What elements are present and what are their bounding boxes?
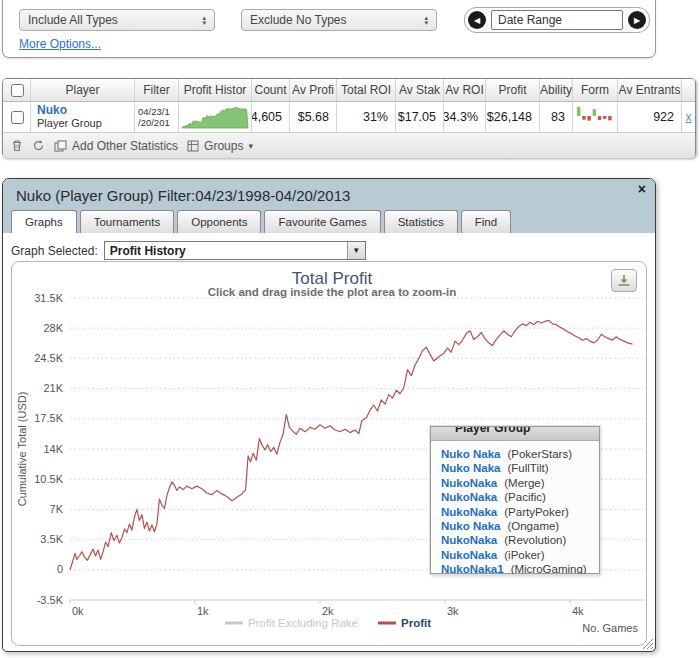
column-header-filter[interactable]: Filter — [135, 79, 179, 101]
column-header-player[interactable]: Player — [31, 79, 135, 101]
tooltip-site-name: (PartyPoker) — [504, 506, 569, 518]
player-panel: Nuko (Player Group) Filter:04/23/1998-04… — [2, 178, 656, 652]
date-prev-button[interactable]: ◀ — [468, 11, 486, 29]
legend-label: Profit Excluding Rake — [248, 617, 358, 629]
include-types-select[interactable]: Include All Types ▴▾ — [19, 9, 215, 31]
tab-graphs[interactable]: Graphs — [11, 210, 77, 233]
tooltip-player-name: Nuko Naka — [441, 520, 500, 532]
y-tick-label: 3.5K — [40, 533, 63, 545]
tooltip-player-name: NukoNaka — [441, 534, 497, 546]
x-axis-title: No. Games — [582, 622, 638, 634]
legend-label: Profit — [401, 617, 431, 629]
date-next-button[interactable]: ▶ — [628, 11, 646, 29]
download-chart-button[interactable] — [611, 269, 637, 292]
y-tick-label: 31.5K — [34, 292, 63, 304]
more-options-link[interactable]: More Options... — [19, 37, 101, 51]
profit-history-sparkline — [179, 102, 252, 132]
column-header-count[interactable]: Count — [252, 79, 290, 101]
tooltip-site-name: (Merge) — [504, 477, 544, 489]
form-bar-up — [577, 107, 580, 116]
remove-row-link[interactable]: x — [686, 110, 692, 124]
tooltip-site-name: (Revolution) — [504, 534, 566, 546]
trash-icon[interactable] — [11, 139, 23, 152]
player-name: Nuko — [37, 104, 67, 117]
table-header-row: PlayerFilterProfit HistorCountAv ProfiTo… — [3, 79, 695, 102]
panel-header: Nuko (Player Group) Filter:04/23/1998-04… — [3, 179, 655, 233]
tooltip-site-name: (MicroGaming) — [511, 563, 587, 575]
panel-title: Nuko (Player Group) Filter:04/23/1998-04… — [16, 187, 350, 204]
remove-row-cell: x — [682, 102, 695, 132]
tab-tournaments[interactable]: Tournaments — [80, 210, 174, 233]
tooltip-site-name: (FullTilt) — [507, 462, 548, 474]
dropdown-arrow-icon: ▼ — [347, 242, 365, 259]
exclude-types-select[interactable]: Exclude No Types ▴▾ — [241, 9, 437, 31]
tooltip-player-name: NukoNaka — [441, 477, 497, 489]
graph-selected-label: Graph Selected: — [11, 244, 98, 258]
y-tick-label: 0 — [57, 563, 63, 575]
legend-item-profit[interactable]: Profit — [378, 617, 431, 629]
av-stake-cell: $17.05 — [396, 102, 444, 132]
y-tick-label: 17.5K — [34, 412, 63, 424]
date-range-input[interactable]: Date Range — [491, 10, 623, 30]
ability-cell: 83 — [540, 102, 573, 132]
groups-dropdown[interactable]: Groups ▾ — [187, 139, 253, 153]
sparkline-svg — [180, 104, 250, 130]
filter-box: Include All Types ▴▾ Exclude No Types ▴▾… — [2, 0, 656, 58]
column-header-av-entrants[interactable]: Av Entrants — [618, 79, 682, 101]
profit-chart[interactable]: -3.5K03.5K7K10.5K14K17.5K21K24.5K28K31.5… — [11, 261, 647, 646]
tab-favourite-games[interactable]: Favourite Games — [264, 210, 380, 233]
column-header-av-profi[interactable]: Av Profi — [290, 79, 337, 101]
sparkline-area — [182, 107, 248, 128]
select-all-checkbox[interactable] — [11, 84, 24, 97]
column-header-profit-histor[interactable]: Profit Histor — [179, 79, 252, 101]
tooltip-player-name: NukoNaka — [441, 549, 497, 561]
exclude-types-value: Exclude No Types — [250, 13, 347, 27]
y-tick-label: 7K — [50, 503, 64, 515]
tooltip-site-name: (Ongame) — [507, 520, 559, 532]
column-header-av-roi[interactable]: Av ROI — [444, 79, 486, 101]
graph-selected-row: Graph Selected: Profit History ▼ — [11, 241, 366, 260]
av-profit-cell: $5.68 — [290, 102, 337, 132]
form-bar-down — [587, 116, 590, 121]
tooltip-site-name: (PokerStars) — [507, 448, 572, 460]
tooltip-row: NukoNaka1(MicroGaming) — [441, 563, 599, 577]
column-header-total-roi[interactable]: Total ROI — [337, 79, 396, 101]
legend-item-profit-excluding-rake[interactable]: Profit Excluding Rake — [225, 617, 358, 629]
resize-grip[interactable] — [643, 639, 653, 649]
tooltip-row: Nuko Naka(Ongame) — [441, 520, 599, 534]
grid-icon — [187, 140, 199, 152]
x-tick-label: 3k — [447, 605, 459, 617]
column-header-ability[interactable]: Ability — [540, 79, 573, 101]
tab-opponents[interactable]: Opponents — [177, 210, 261, 233]
column-header-form[interactable]: Form — [573, 79, 618, 101]
tooltip-row: Nuko Naka(PokerStars) — [441, 448, 599, 462]
add-statistics-button[interactable]: Add Other Statistics — [54, 139, 178, 153]
x-tick-label: 2k — [322, 605, 334, 617]
refresh-icon[interactable] — [32, 139, 45, 152]
form-bars-svg — [575, 106, 615, 128]
graph-selected-dropdown[interactable]: Profit History ▼ — [104, 241, 366, 260]
download-icon — [617, 274, 631, 287]
player-type: Player Group — [37, 117, 102, 130]
tab-statistics[interactable]: Statistics — [384, 210, 458, 233]
include-types-value: Include All Types — [28, 13, 118, 27]
row-checkbox[interactable] — [11, 111, 24, 124]
next-arrow-icon: ▶ — [634, 16, 640, 25]
av-entrants-cell: 922 — [618, 102, 682, 132]
tooltip-player-name: NukoNaka1 — [441, 563, 504, 575]
column-header-profit[interactable]: Profit — [486, 79, 540, 101]
tooltip-rows: Nuko Naka(PokerStars)Nuko Naka(FullTilt)… — [431, 441, 599, 578]
close-icon[interactable]: × — [638, 181, 646, 197]
count-cell: 4,605 — [252, 102, 290, 132]
column-header-av-stak[interactable]: Av Stak — [396, 79, 444, 101]
x-tick-label: 1k — [197, 605, 209, 617]
column-header-remove — [682, 79, 695, 101]
table-row[interactable]: Nuko Player Group 04/23/1 /20/201 4,605 … — [3, 102, 695, 133]
av-roi-cell: 34.3% — [444, 102, 486, 132]
x-tick-label: 4k — [572, 605, 584, 617]
tooltip-row: Nuko Naka(FullTilt) — [441, 462, 599, 476]
chart-subtitle: Click and drag inside the plot area to z… — [208, 286, 457, 298]
form-bar-down — [582, 116, 585, 120]
tab-find[interactable]: Find — [461, 210, 511, 233]
form-bar-up — [593, 109, 596, 116]
